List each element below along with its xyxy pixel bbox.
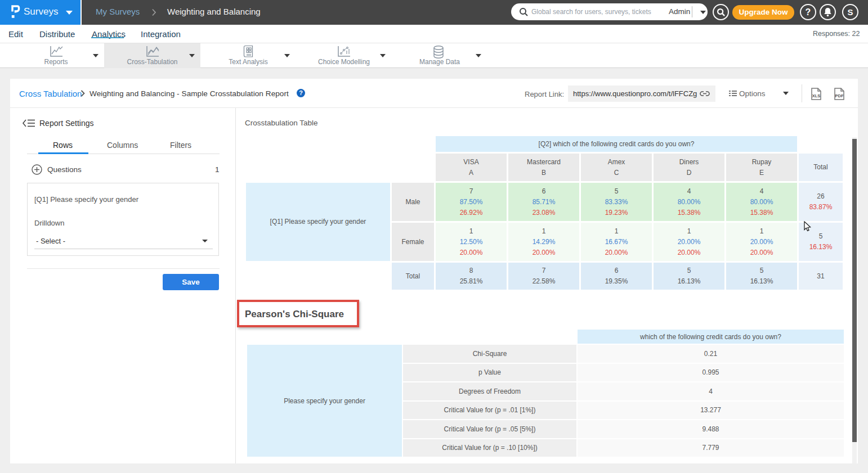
svg-text:PDF: PDF <box>835 93 844 98</box>
svg-text:XLS: XLS <box>812 93 821 98</box>
